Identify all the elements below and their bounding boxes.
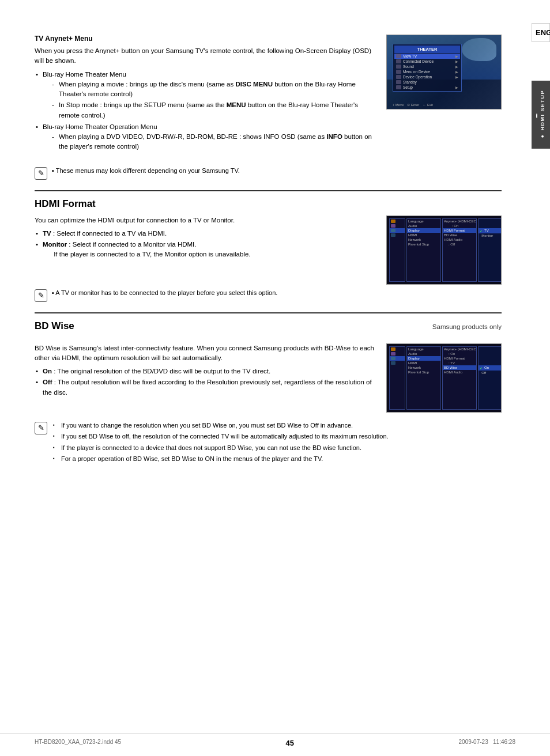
anynet-row-2-label: Connected Device xyxy=(403,59,434,63)
hdmi-section-divider xyxy=(35,190,502,191)
hdmi-icon-net xyxy=(390,233,405,237)
info-bold: INFO xyxy=(326,133,342,140)
hdmi-bullet-tv: TV : Select if connected to a TV via HDM… xyxy=(35,229,375,239)
bd-wise-text: BD Wise is Samsung's latest inter-connec… xyxy=(35,343,375,401)
bdwise-net-icon xyxy=(391,361,395,365)
bd-wise-heading-row: BD Wise Samsung products only xyxy=(35,320,502,338)
anynet-row-5-label: Device Operation xyxy=(403,75,432,79)
disc-menu-bold: DISC MENU xyxy=(235,81,273,88)
anynet-menu-title: THEATER xyxy=(394,46,460,53)
anynet-row-menu-device: Menu on Device ▶ xyxy=(394,69,460,74)
bd-wise-section: BD Wise Samsung products only BD Wise is… xyxy=(35,320,502,466)
anynet-icon-7 xyxy=(396,85,401,89)
anynet-icon-4 xyxy=(396,70,401,74)
hdmi-sub-audio: HDMI Audio xyxy=(443,237,476,242)
off-bold: Off xyxy=(43,379,52,385)
setup-icon xyxy=(391,229,395,232)
bdwise-cat-panel: Language Audio Display HDMI Network Pare… xyxy=(406,346,441,410)
anynet-arrow-3: ▶ xyxy=(455,65,458,69)
anynet-arrow-5: ▶ xyxy=(455,75,458,79)
anynet-row-view-tv: View TV ▶ xyxy=(394,54,460,59)
bdwise-note-2: If you set BD Wise to off, the resolutio… xyxy=(52,432,389,441)
menu-bold: MENU xyxy=(227,101,246,108)
hdmi-val-empty2 xyxy=(479,224,502,228)
bdwise-osd-panels: Language Audio Display HDMI Network Pare… xyxy=(389,346,499,410)
hdmi-cat-audio: Audio xyxy=(407,224,440,228)
bdwise-sub-anynet-val: : On xyxy=(443,351,476,356)
hdmi-osd-panels: Language Audio Display HDMI Network Pare… xyxy=(389,218,499,282)
anynet-bullets: Blu-ray Home Theater Menu When playing a… xyxy=(35,70,375,152)
hdmi-cat-display: Display xyxy=(407,228,440,233)
anynet-bullet-1-text: Blu-ray Home Theater Menu xyxy=(43,71,126,78)
bdwise-sub-format-val: : TV xyxy=(443,361,476,365)
page-container: ENG ● HDMI SETUP TV Anynet+ Menu When yo… xyxy=(0,0,550,756)
anynet-sub-1-1: When playing a movie : brings up the dis… xyxy=(52,80,375,100)
hdmi-format-osd: Language Audio Display HDMI Network Pare… xyxy=(386,216,502,285)
hdmi-note-text: ▪ A TV or monitor has to be connected to… xyxy=(52,289,277,296)
hdmi-sub-bdwise: BD Wise xyxy=(443,233,476,237)
bdwise-cat-language: Language xyxy=(407,347,440,351)
anynet-title: TV Anynet+ Menu xyxy=(35,35,375,43)
hdmi-icon-panel xyxy=(389,218,405,282)
anynet-row-3-label: Sound xyxy=(403,65,414,69)
bdwise-note-icon: ✎ xyxy=(35,422,47,434)
hdmi-format-text: You can optimize the HDMI output for con… xyxy=(35,216,375,263)
bdwise-icon-panel xyxy=(389,346,405,410)
hdmi-bullet-monitor: Monitor : Select if connected to a Monit… xyxy=(35,240,375,260)
bdwise-sub-format: HDMI Format xyxy=(443,356,476,361)
samsung-only-label: Samsung products only xyxy=(432,323,502,330)
bdwise-val-panel: ✓On Off xyxy=(478,346,502,410)
anynet-row-device-op: Device Operation ▶ xyxy=(394,74,460,80)
bdwise-cat-network: Network xyxy=(407,365,440,370)
anynet-osd-image: THEATER View TV ▶ Connected Device ▶ Sou… xyxy=(386,35,502,109)
anynet-note-row: ✎ ▪ These menus may look different depen… xyxy=(35,167,502,180)
page-number: 45 xyxy=(286,739,294,747)
hdmi-sub-audio-val: : Off xyxy=(443,242,476,247)
hdmi-val-empty xyxy=(479,219,502,224)
hdmi-note-icon: ✎ xyxy=(35,289,47,302)
footer-file-info: HT-BD8200_XAA_0723-2.indd 45 xyxy=(35,739,121,747)
page-footer: HT-BD8200_XAA_0723-2.indd 45 45 2009-07-… xyxy=(0,734,550,747)
hdmi-sub-format: HDMI Format xyxy=(443,228,476,233)
anynet-arrow-2: ▶ xyxy=(455,59,458,63)
eng-tab: ENG xyxy=(532,23,550,42)
bdwise-cat-audio: Audio xyxy=(407,351,440,356)
anynet-bullet-1: Blu-ray Home Theater Menu When playing a… xyxy=(35,70,375,120)
hdmi-icon-music xyxy=(390,219,405,224)
bdwise-val-empty4 xyxy=(479,361,502,365)
bdwise-note-1: If you want to change the resolution whe… xyxy=(52,421,389,430)
bdwise-val-off: Off xyxy=(479,371,502,375)
bdwise-note-3: If the player is connected to a device t… xyxy=(52,443,389,453)
anynet-footer-exit: ← Exit xyxy=(423,103,433,107)
hdmi-cat-language: Language xyxy=(407,219,440,224)
hdmi-cat-hdmi: HDMI xyxy=(407,233,440,237)
anynet-footer-enter: ⊙ Enter xyxy=(407,103,419,107)
eng-label: ENG xyxy=(536,28,550,37)
anynet-section: TV Anynet+ Menu When you press the Anyne… xyxy=(35,35,502,156)
hdmi-setup-tab-label: ● HDMI SETUP xyxy=(540,90,545,139)
anynet-row-sound: Sound ▶ xyxy=(394,64,460,69)
hdmi-icon-photo xyxy=(390,224,405,228)
bd-wise-bullet-on: On : The original resolution of the BD/D… xyxy=(35,366,375,376)
anynet-row-setup: Setup ▶ xyxy=(394,85,460,90)
bdwise-notes-list: If you want to change the resolution whe… xyxy=(52,421,389,466)
anynet-icon-6 xyxy=(396,80,401,84)
hdmi-sub-anynet: Anynet+ (HDMI-CEC) xyxy=(443,219,476,224)
bdwise-cat-display: Display xyxy=(407,356,440,361)
hdmi-note-row: ✎ ▪ A TV or monitor has to be connected … xyxy=(35,289,502,302)
hdmi-val-panel: ✓TV Monitor xyxy=(478,218,502,282)
bdwise-music-icon xyxy=(391,347,395,351)
net-icon xyxy=(391,233,395,237)
anynet-icon-2 xyxy=(396,59,401,63)
anynet-arrow-1: ▶ xyxy=(455,54,458,58)
anynet-sub-list-2: When playing a DVD VIDEO, DVD-RW/-R, BD-… xyxy=(52,132,375,152)
bdwise-cat-parental: Parental Stup xyxy=(407,370,440,375)
anynet-row-4-label: Menu on Device xyxy=(403,70,430,74)
bdwise-icon-net xyxy=(390,361,405,365)
hdmi-format-intro: You can optimize the HDMI output for con… xyxy=(35,216,375,225)
bdwise-photo-icon xyxy=(391,352,395,356)
bd-wise-heading: BD Wise xyxy=(35,320,74,332)
hdmi-sub-anynet-val: : On xyxy=(443,224,476,228)
hdmi-format-heading: HDMI Format xyxy=(35,198,502,210)
anynet-arrow-7: ▶ xyxy=(455,85,458,89)
